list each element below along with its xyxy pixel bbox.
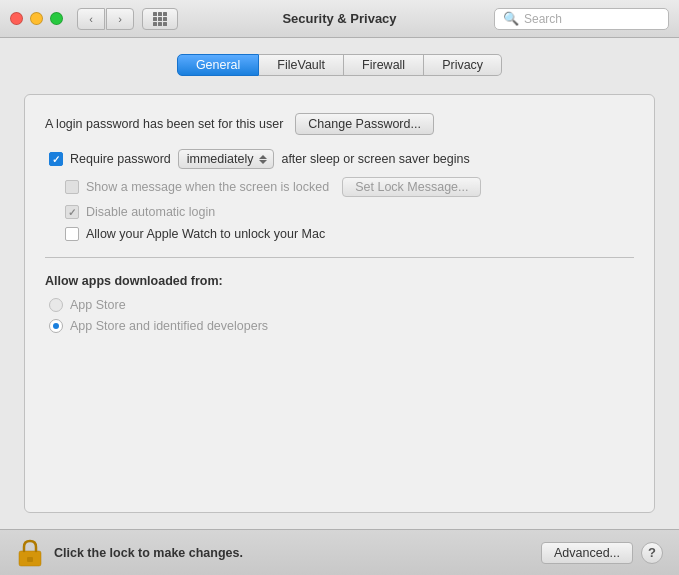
bottom-right: Advanced... ? — [541, 542, 663, 564]
lock-icon — [16, 538, 44, 568]
nav-buttons: ‹ › — [77, 8, 134, 30]
download-section: Allow apps downloaded from: App Store Ap… — [45, 274, 634, 333]
traffic-lights — [10, 12, 63, 25]
app-store-identified-radio[interactable] — [49, 319, 63, 333]
close-button[interactable] — [10, 12, 23, 25]
back-button[interactable]: ‹ — [77, 8, 105, 30]
search-box[interactable]: 🔍 Search — [494, 8, 669, 30]
show-message-row: Show a message when the screen is locked… — [45, 177, 634, 197]
bottom-bar: Click the lock to make changes. Advanced… — [0, 529, 679, 575]
svg-rect-1 — [27, 557, 33, 562]
app-store-identified-radio-row: App Store and identified developers — [45, 319, 634, 333]
search-icon: 🔍 — [503, 11, 519, 26]
help-button[interactable]: ? — [641, 542, 663, 564]
grid-icon — [153, 12, 167, 26]
disable-autologin-row: Disable automatic login — [45, 205, 634, 219]
disable-autologin-label: Disable automatic login — [86, 205, 215, 219]
dropdown-arrow-icon — [259, 155, 267, 164]
show-message-checkbox[interactable] — [65, 180, 79, 194]
change-password-button[interactable]: Change Password... — [295, 113, 434, 135]
tab-general[interactable]: General — [177, 54, 259, 76]
settings-area: A login password has been set for this u… — [24, 94, 655, 513]
tab-firewall[interactable]: Firewall — [344, 54, 424, 76]
after-sleep-text: after sleep or screen saver begins — [281, 152, 469, 166]
set-lock-message-button[interactable]: Set Lock Message... — [342, 177, 481, 197]
password-timing-dropdown[interactable]: immediately — [178, 149, 275, 169]
require-password-row: Require password immediately after sleep… — [45, 149, 634, 169]
tab-filevault[interactable]: FileVault — [259, 54, 344, 76]
app-store-radio-row: App Store — [45, 298, 634, 312]
grid-button[interactable] — [142, 8, 178, 30]
tab-bar: General FileVault Firewall Privacy — [24, 54, 655, 76]
dropdown-value: immediately — [187, 152, 254, 166]
tab-privacy[interactable]: Privacy — [424, 54, 502, 76]
divider — [45, 257, 634, 258]
window-title: Security & Privacy — [282, 11, 396, 26]
require-password-label: Require password — [70, 152, 171, 166]
apple-watch-label: Allow your Apple Watch to unlock your Ma… — [86, 227, 325, 241]
lock-text: Click the lock to make changes. — [54, 546, 243, 560]
forward-button[interactable]: › — [106, 8, 134, 30]
titlebar: ‹ › Security & Privacy 🔍 Search — [0, 0, 679, 38]
advanced-button[interactable]: Advanced... — [541, 542, 633, 564]
app-store-label: App Store — [70, 298, 126, 312]
lock-area[interactable]: Click the lock to make changes. — [16, 538, 243, 568]
login-password-row: A login password has been set for this u… — [45, 113, 634, 135]
app-store-identified-label: App Store and identified developers — [70, 319, 268, 333]
minimize-button[interactable] — [30, 12, 43, 25]
disable-autologin-checkbox[interactable] — [65, 205, 79, 219]
login-password-text: A login password has been set for this u… — [45, 117, 283, 131]
require-password-checkbox[interactable] — [49, 152, 63, 166]
search-placeholder: Search — [524, 12, 562, 26]
app-store-radio[interactable] — [49, 298, 63, 312]
main-content: General FileVault Firewall Privacy A log… — [0, 38, 679, 529]
apple-watch-checkbox[interactable] — [65, 227, 79, 241]
show-message-label: Show a message when the screen is locked — [86, 180, 329, 194]
apple-watch-row: Allow your Apple Watch to unlock your Ma… — [45, 227, 634, 241]
maximize-button[interactable] — [50, 12, 63, 25]
download-label: Allow apps downloaded from: — [45, 274, 634, 288]
